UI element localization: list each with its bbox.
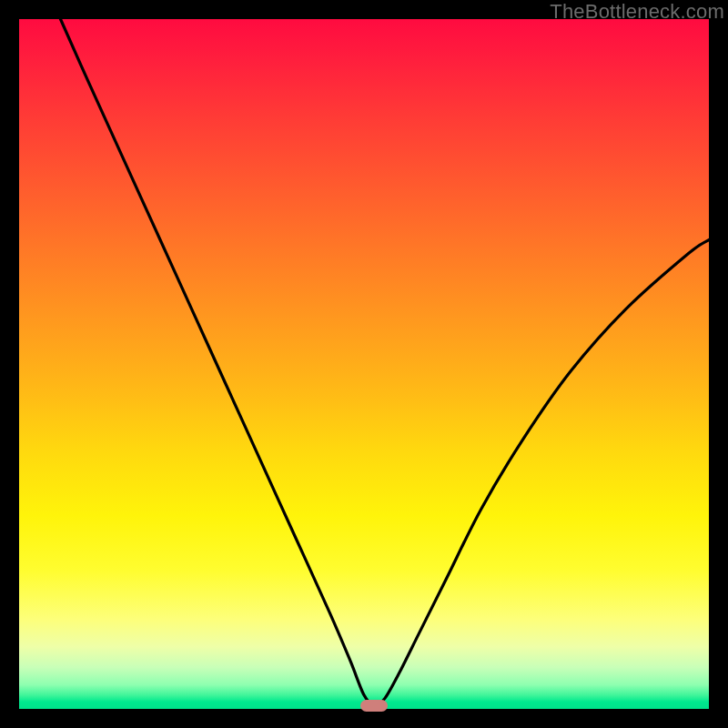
watermark-text: TheBottleneck.com xyxy=(550,0,724,24)
chart-frame: TheBottleneck.com xyxy=(0,0,728,728)
minimum-marker xyxy=(360,700,388,712)
plot-area xyxy=(19,19,709,709)
bottleneck-curve xyxy=(19,19,709,709)
